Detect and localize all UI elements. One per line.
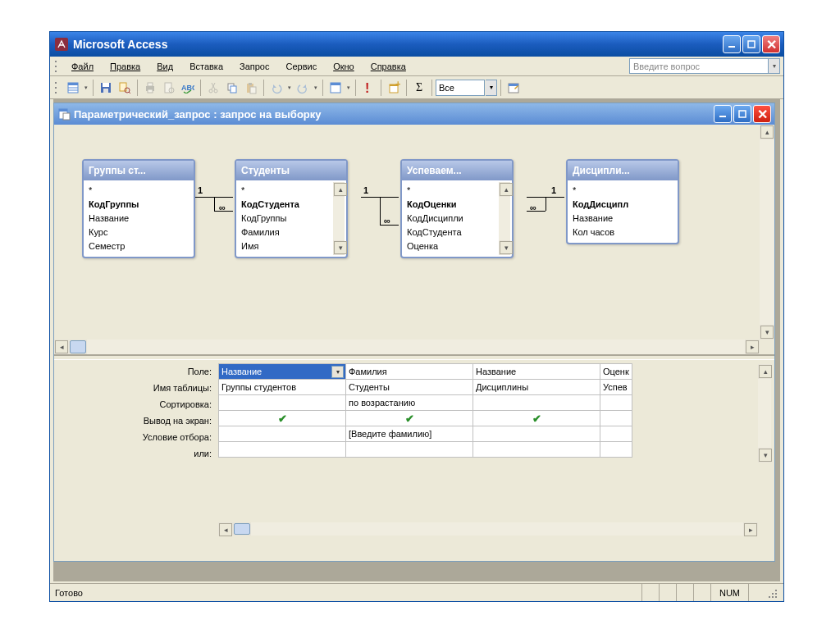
redo-button[interactable]	[294, 79, 312, 97]
table-header[interactable]: Студенты	[236, 161, 346, 180]
table-field[interactable]: *	[89, 184, 192, 198]
table-field[interactable]: Оценка	[407, 239, 510, 253]
table-field[interactable]: КодДисципл	[573, 198, 676, 212]
grid-cell-sort[interactable]: по возрастанию	[346, 395, 473, 411]
pane-splitter[interactable]	[54, 354, 774, 360]
print-button[interactable]	[141, 79, 159, 97]
spelling-button[interactable]: ABC	[179, 79, 197, 97]
grid-cell-show[interactable]	[600, 411, 632, 426]
menu-grip[interactable]	[53, 59, 58, 74]
properties-button[interactable]	[504, 79, 523, 97]
table-field[interactable]: Название	[89, 212, 192, 226]
table-field[interactable]: Курс	[89, 226, 192, 239]
diagram-vscroll[interactable]: ▴▾	[760, 125, 774, 340]
diagram-pane[interactable]: 1 ∞ 1 ∞ 1 ∞ Группы ст...	[54, 125, 774, 354]
grid-cell-or[interactable]	[600, 442, 632, 458]
table-grades[interactable]: Успеваем... * КодОценки КодДисципли КодС…	[400, 159, 514, 258]
minimize-button[interactable]	[723, 35, 741, 53]
grid-cell-show[interactable]: ✔	[346, 411, 473, 426]
menu-view[interactable]: Вид	[148, 59, 181, 74]
copy-button[interactable]	[223, 79, 241, 97]
table-field[interactable]: *	[573, 184, 676, 198]
grid-cell-or[interactable]	[473, 442, 600, 458]
grid-cell-criteria[interactable]	[473, 426, 600, 442]
help-search-input[interactable]: Введите вопрос	[629, 58, 769, 74]
table-field[interactable]: Семестр	[89, 239, 192, 253]
totals-button[interactable]: Σ	[410, 79, 428, 97]
grid-cell-criteria[interactable]: [Введите фамилию]	[346, 426, 473, 442]
table-students[interactable]: Студенты * КодСтудента КодГруппы Фамилия…	[235, 159, 348, 258]
table-header[interactable]: Дисципли...	[568, 161, 678, 180]
grid-cell-field[interactable]: Название▾	[219, 364, 346, 380]
table-field[interactable]: КодСтудента	[407, 226, 510, 239]
qw-close-button[interactable]: ✕	[753, 105, 771, 123]
dropdown-icon[interactable]: ▾	[331, 366, 344, 378]
grid-cell-field[interactable]: Название	[473, 364, 600, 380]
grid-cell-show[interactable]: ✔	[473, 411, 600, 426]
qw-maximize-button[interactable]	[733, 105, 751, 123]
table-field[interactable]: Имя	[241, 239, 345, 253]
qw-minimize-button[interactable]	[714, 105, 732, 123]
run-button[interactable]: !	[359, 79, 377, 97]
grid-cell-table[interactable]: Студенты	[346, 380, 473, 395]
table-header[interactable]: Успеваем...	[402, 161, 512, 180]
app-titlebar[interactable]: Microsoft Access ✕	[50, 32, 783, 57]
top-values-dropdown[interactable]: ▾	[486, 80, 497, 96]
grid-cell-or[interactable]	[346, 442, 473, 458]
paste-button[interactable]	[242, 79, 260, 97]
resize-grip-icon[interactable]	[765, 586, 778, 599]
view-button[interactable]	[64, 79, 82, 97]
table-field[interactable]: Кол часов	[573, 226, 676, 239]
table-field[interactable]: *	[407, 184, 510, 198]
file-search-button[interactable]	[116, 79, 134, 97]
top-values-combo[interactable]: Все	[436, 80, 485, 96]
grid-vscroll[interactable]: ▴▾	[758, 364, 771, 463]
menu-edit[interactable]: Правка	[102, 59, 148, 74]
table-header[interactable]: Группы ст...	[84, 161, 194, 180]
table-field[interactable]: КодГруппы	[89, 198, 192, 212]
query-type-button[interactable]	[326, 79, 345, 97]
grid-cell-table[interactable]: Группы студентов	[219, 380, 346, 395]
table-field[interactable]: КодДисципли	[407, 212, 510, 226]
show-table-button[interactable]: +	[385, 79, 403, 97]
grid-cell-show[interactable]: ✔	[219, 411, 346, 426]
grid-cell-criteria[interactable]	[219, 426, 346, 442]
grid-cell-or[interactable]	[219, 442, 346, 458]
table-groups[interactable]: Группы ст... * КодГруппы Название Курс С…	[82, 159, 195, 258]
undo-dropdown[interactable]: ▾	[286, 84, 293, 91]
grid-hscroll[interactable]: ◂▸	[218, 522, 758, 536]
table-field[interactable]: Фамилия	[241, 226, 345, 239]
table-field[interactable]: *	[241, 184, 345, 198]
table-disciplines[interactable]: Дисципли... * КодДисципл Название Кол ча…	[566, 159, 679, 244]
close-button[interactable]: ✕	[762, 35, 780, 53]
grid-cell-sort[interactable]	[219, 395, 346, 411]
menu-insert[interactable]: Вставка	[181, 59, 231, 74]
cut-button[interactable]	[204, 79, 222, 97]
table-field[interactable]: КодСтудента	[241, 198, 345, 212]
menu-query[interactable]: Запрос	[231, 59, 277, 74]
save-button[interactable]	[97, 79, 115, 97]
menu-tools[interactable]: Сервис	[277, 59, 325, 74]
query-type-dropdown[interactable]: ▾	[345, 84, 352, 91]
qbe-grid[interactable]: Название▾ Фамилия Название Оценк Группы …	[218, 363, 632, 458]
table-scrollbar[interactable]: ▴▾	[499, 182, 510, 255]
menu-window[interactable]: Окно	[325, 59, 363, 74]
preview-button[interactable]	[160, 79, 178, 97]
menu-help[interactable]: Справка	[363, 59, 414, 74]
undo-button[interactable]	[267, 79, 285, 97]
menu-file[interactable]: Файл	[63, 59, 102, 74]
grid-cell-field[interactable]: Фамилия	[346, 364, 473, 380]
table-field[interactable]: КодГруппы	[241, 212, 345, 226]
grid-cell-criteria[interactable]	[600, 426, 632, 442]
query-window-titlebar[interactable]: Параметрический_запрос : запрос на выбор…	[54, 103, 774, 125]
table-field[interactable]: КодОценки	[407, 198, 510, 212]
table-scrollbar[interactable]: ▴▾	[333, 182, 345, 255]
grid-cell-table[interactable]: Дисциплины	[473, 380, 600, 395]
grid-cell-sort[interactable]	[600, 395, 632, 411]
grid-cell-field[interactable]: Оценк	[600, 364, 632, 380]
table-field[interactable]: Название	[573, 212, 676, 226]
toolbar-grip[interactable]	[53, 80, 58, 95]
view-dropdown[interactable]: ▾	[83, 84, 89, 91]
grid-cell-sort[interactable]	[473, 395, 600, 411]
help-dropdown[interactable]: ▾	[769, 58, 780, 74]
